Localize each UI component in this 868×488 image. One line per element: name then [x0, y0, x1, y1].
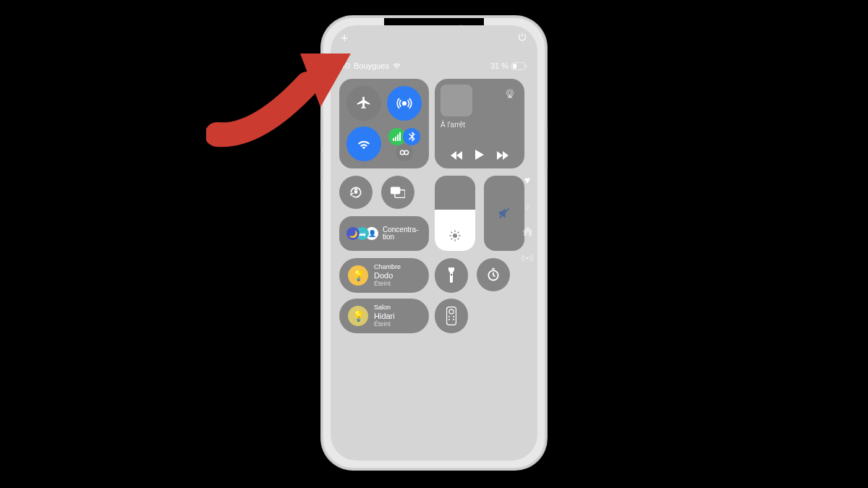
accessory-state: Éteint: [374, 320, 395, 328]
hotspot-toggle[interactable]: [396, 144, 413, 161]
volume-down-button: [320, 153, 323, 181]
room-label: Salon: [374, 304, 395, 312]
battery-icon: [511, 62, 527, 70]
svg-point-26: [527, 257, 528, 259]
media-tile[interactable]: À l'arrêt: [435, 79, 524, 168]
svg-rect-7: [395, 137, 396, 141]
battery-percent: 31 %: [490, 61, 509, 70]
orientation-lock-toggle[interactable]: [339, 176, 373, 209]
remote-icon: [446, 307, 456, 325]
cell-bt-hotspot-cluster[interactable]: [387, 127, 422, 161]
airplay-icon[interactable]: [504, 87, 516, 102]
mute-icon: [484, 206, 524, 221]
home-icon[interactable]: [522, 226, 533, 239]
now-playing-artwork: [441, 85, 472, 116]
volume-up-button: [320, 118, 323, 147]
svg-point-21: [449, 309, 454, 314]
focus-tile[interactable]: 🌙 🛏 👤 Concentra- tion: [339, 216, 429, 251]
svg-rect-0: [341, 64, 344, 68]
hotspot-icon: [399, 149, 409, 156]
svg-rect-6: [393, 138, 394, 141]
svg-rect-9: [399, 132, 401, 141]
bluetooth-icon: [408, 132, 416, 142]
svg-rect-8: [397, 134, 399, 141]
brightness-slider[interactable]: [435, 176, 475, 251]
airplane-icon: [356, 95, 372, 111]
airdrop-icon: [396, 95, 412, 111]
control-center-topbar: +: [331, 30, 537, 44]
svg-point-11: [404, 150, 409, 155]
orientation-lock-icon: [349, 185, 363, 200]
timer-button[interactable]: [477, 258, 510, 291]
dual-sim-icon: [341, 63, 351, 69]
flashlight-icon: [447, 267, 456, 283]
media-status-label: À l'arrêt: [441, 121, 519, 129]
previous-track-button[interactable]: [451, 150, 462, 163]
volume-slider[interactable]: [484, 176, 524, 251]
side-button: [545, 127, 548, 170]
svg-point-13: [509, 91, 512, 95]
airdrop-toggle[interactable]: [387, 86, 422, 121]
wifi-status-icon: [392, 62, 401, 69]
home-accessory-hidari[interactable]: 💡 Salon Hidari Éteint: [339, 299, 429, 333]
power-icon[interactable]: [517, 32, 527, 45]
brightness-icon: [435, 229, 475, 242]
next-track-button[interactable]: [497, 150, 509, 163]
bluetooth-toggle[interactable]: [403, 128, 420, 145]
svg-point-5: [403, 102, 407, 106]
screen-mirroring-button[interactable]: [381, 176, 414, 209]
music-icon[interactable]: ♪: [522, 200, 533, 212]
svg-rect-1: [346, 64, 349, 68]
accessory-state: Éteint: [374, 280, 401, 288]
control-center-side-icons: ♥ ♪: [524, 174, 530, 265]
svg-point-10: [400, 150, 404, 155]
svg-point-25: [453, 319, 454, 320]
apple-tv-remote-button[interactable]: [435, 299, 468, 333]
broadcast-icon[interactable]: [522, 253, 533, 265]
play-button[interactable]: [475, 150, 484, 163]
add-controls-icon[interactable]: +: [341, 31, 349, 46]
focus-label: Concentra- tion: [383, 226, 418, 241]
svg-point-22: [448, 316, 450, 317]
signal-bars-icon: [393, 132, 401, 141]
accessory-name: Dodo: [374, 271, 401, 280]
svg-point-24: [448, 319, 450, 320]
airplane-mode-toggle[interactable]: [346, 86, 381, 121]
accessory-name: Hidari: [374, 312, 395, 320]
svg-rect-14: [354, 191, 357, 194]
moon-icon: 🌙: [346, 227, 359, 240]
home-accessory-dodo[interactable]: 💡 Chambre Dodo Éteint: [339, 258, 429, 293]
carrier-label: Bouygues: [354, 61, 389, 70]
heart-icon[interactable]: ♥: [522, 174, 533, 186]
svg-rect-3: [513, 64, 516, 69]
iphone-frame: + Bouygues 31 %: [321, 16, 547, 470]
silence-switch: [320, 89, 323, 105]
screen-mirroring-icon: [391, 187, 405, 198]
wifi-icon: [356, 136, 372, 152]
connectivity-tile[interactable]: [339, 79, 429, 168]
svg-point-17: [453, 234, 457, 238]
flashlight-button[interactable]: [435, 258, 468, 293]
svg-rect-4: [526, 64, 527, 67]
wifi-toggle[interactable]: [346, 127, 381, 161]
status-row: Bouygues 31 %: [341, 60, 527, 72]
timer-icon: [486, 267, 501, 282]
room-label: Chambre: [374, 263, 401, 271]
bulb-icon: 💡: [348, 306, 368, 326]
bulb-icon: 💡: [348, 265, 368, 286]
control-center-screen: + Bouygues 31 %: [331, 25, 537, 461]
svg-point-18: [451, 274, 452, 275]
svg-point-23: [453, 316, 454, 317]
